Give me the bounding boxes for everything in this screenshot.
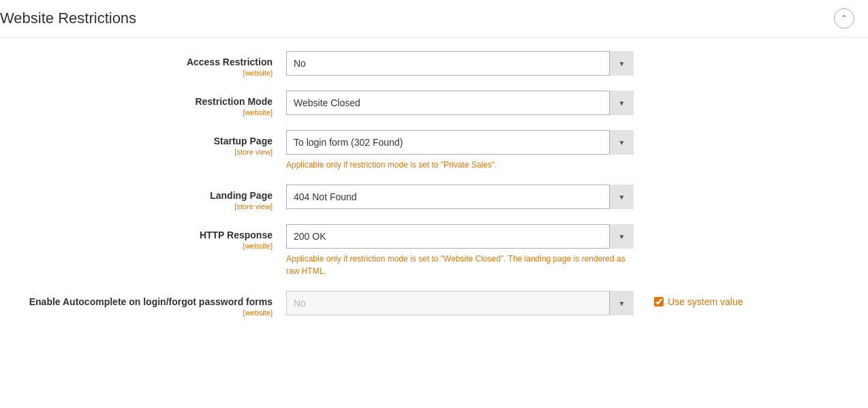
startup-page-row: Startup Page [store view] To login form … [0, 130, 854, 171]
collapse-icon: ⌃ [841, 14, 848, 23]
use-system-value-checkbox[interactable] [654, 297, 664, 307]
restriction-mode-field-col: Website Closed Private Sales ▼ [286, 91, 634, 115]
access-restriction-field-col: No Yes ▼ [286, 51, 634, 76]
autocomplete-label: Enable Autocomplete on login/forgot pass… [0, 296, 273, 307]
autocomplete-select-wrapper: No Yes ▼ [286, 291, 634, 315]
http-response-select[interactable]: 200 OK 503 Service Unavailable [286, 224, 634, 249]
http-response-label: HTTP Response [0, 230, 273, 240]
access-restriction-select-wrapper: No Yes ▼ [286, 51, 634, 76]
landing-page-select[interactable]: 404 Not Found 200 OK [286, 185, 634, 209]
http-response-field-col: 200 OK 503 Service Unavailable ▼ Applica… [286, 224, 634, 277]
startup-page-label-col: Startup Page [store view] [0, 130, 286, 156]
access-restriction-scope: [website] [0, 69, 273, 77]
form-section: Access Restriction [website] No Yes ▼ Re… [0, 51, 868, 337]
restriction-mode-select[interactable]: Website Closed Private Sales [286, 91, 634, 115]
page-header: Website Restrictions ⌃ [0, 0, 868, 37]
use-system-value-label: Use system value [668, 296, 743, 307]
landing-page-label-col: Landing Page [store view] [0, 185, 286, 210]
page-title: Website Restrictions [0, 10, 136, 27]
restriction-mode-label-col: Restriction Mode [website] [0, 91, 286, 116]
startup-page-label: Startup Page [0, 136, 273, 146]
access-restriction-label: Access Restriction [0, 57, 273, 67]
autocomplete-select[interactable]: No Yes [286, 291, 634, 315]
autocomplete-scope: [website] [0, 309, 273, 317]
http-response-note: Applicable only if restriction mode is s… [286, 253, 634, 277]
startup-page-scope: [store view] [0, 148, 273, 156]
landing-page-row: Landing Page [store view] 404 Not Found … [0, 185, 854, 210]
landing-page-scope: [store view] [0, 202, 273, 210]
access-restriction-row: Access Restriction [website] No Yes ▼ [0, 51, 854, 77]
autocomplete-field-col: No Yes ▼ [286, 291, 634, 315]
restriction-mode-row: Restriction Mode [website] Website Close… [0, 91, 854, 116]
http-response-select-wrapper: 200 OK 503 Service Unavailable ▼ [286, 224, 634, 249]
collapse-button[interactable]: ⌃ [834, 8, 854, 29]
access-restriction-select[interactable]: No Yes [286, 51, 634, 76]
autocomplete-row: Enable Autocomplete on login/forgot pass… [0, 291, 854, 317]
system-value-col: Use system value [634, 291, 743, 307]
startup-page-note: Applicable only if restriction mode is s… [286, 159, 634, 171]
restriction-mode-select-wrapper: Website Closed Private Sales ▼ [286, 91, 634, 115]
startup-page-select-wrapper: To login form (302 Found) To landing pag… [286, 130, 634, 155]
autocomplete-label-col: Enable Autocomplete on login/forgot pass… [0, 291, 286, 317]
landing-page-field-col: 404 Not Found 200 OK ▼ [286, 185, 634, 209]
startup-page-field-col: To login form (302 Found) To landing pag… [286, 130, 634, 171]
landing-page-select-wrapper: 404 Not Found 200 OK ▼ [286, 185, 634, 209]
landing-page-label: Landing Page [0, 190, 273, 201]
restriction-mode-scope: [website] [0, 108, 273, 116]
access-restriction-label-col: Access Restriction [website] [0, 51, 286, 77]
startup-page-select[interactable]: To login form (302 Found) To landing pag… [286, 130, 634, 155]
restriction-mode-label: Restriction Mode [0, 96, 273, 107]
http-response-label-col: HTTP Response [website] [0, 224, 286, 250]
http-response-row: HTTP Response [website] 200 OK 503 Servi… [0, 224, 854, 277]
http-response-scope: [website] [0, 242, 273, 250]
